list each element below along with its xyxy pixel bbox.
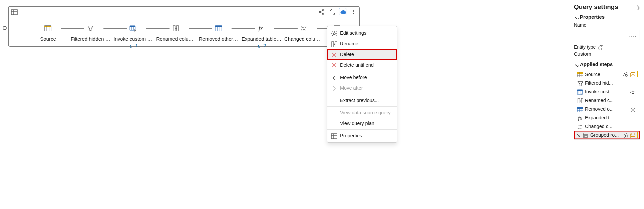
applied-step-label: Expanded t... <box>585 115 633 120</box>
close-icon <box>331 62 337 68</box>
table-icon <box>11 9 18 16</box>
table-orange-icon <box>577 71 583 77</box>
menu-label: View query plan <box>340 121 374 126</box>
applied-step-label: Changed c... <box>585 124 633 129</box>
steps-strip: Source Filtered hidden fi... Invoke cust… <box>27 23 352 48</box>
info-icon[interactable] <box>598 44 603 50</box>
abc123-icon <box>577 123 583 129</box>
database-icon <box>629 132 635 138</box>
table-fx-icon <box>128 23 139 34</box>
query-name-input[interactable] <box>574 30 640 40</box>
chevron-left-icon <box>331 74 337 80</box>
menu-label: Extract previous... <box>340 98 379 103</box>
funnel-icon <box>577 80 583 86</box>
applied-step[interactable]: Expanded t... <box>574 113 640 122</box>
gear-icon[interactable] <box>623 72 628 77</box>
menu-label: Move before <box>340 75 367 80</box>
menu-edit-settings[interactable]: Edit settings <box>327 28 397 38</box>
menu-label: Delete <box>340 52 354 57</box>
menu-view-data-source: View data source query <box>327 107 397 118</box>
fx-icon <box>577 115 583 121</box>
cloud-status-icon[interactable] <box>339 8 346 15</box>
applied-step[interactable]: Changed c... <box>574 122 640 131</box>
applied-step[interactable]: Removed o... <box>574 105 640 113</box>
menu-label: Rename <box>340 41 358 46</box>
step-label: Invoke custom fu... <box>113 36 153 42</box>
gear-icon[interactable] <box>623 132 628 138</box>
fold-indicator <box>637 71 638 77</box>
fx-icon <box>256 23 267 34</box>
step-label: Removed other c... <box>199 36 239 42</box>
gear-icon[interactable] <box>629 89 635 94</box>
menu-move-after: Move after <box>327 83 397 93</box>
menu-delete[interactable]: Delete <box>327 49 397 60</box>
rename-icon <box>331 41 337 47</box>
applied-step-label: Invoke cust... <box>585 89 627 94</box>
properties-section-toggle[interactable]: Properties <box>574 14 640 20</box>
chevron-right-icon[interactable] <box>635 4 640 10</box>
fold-indicator <box>637 115 638 121</box>
applied-step-label: Renamed c... <box>585 98 633 103</box>
menu-view-query-plan[interactable]: View query plan <box>327 118 397 129</box>
entity-type-label: Entity type <box>574 44 596 50</box>
applied-step-label: Removed o... <box>585 106 627 112</box>
query-origin-node[interactable] <box>3 26 7 30</box>
fold-indicator <box>637 106 638 112</box>
applied-step[interactable]: Renamed c... <box>574 96 640 105</box>
table-blue-icon <box>577 106 583 112</box>
diagram-step[interactable]: Source <box>27 23 69 42</box>
abc123-icon <box>299 23 310 34</box>
collapse-icon[interactable] <box>328 8 336 15</box>
funnel-icon <box>85 23 96 34</box>
menu-rename[interactable]: Rename <box>327 38 397 49</box>
section-label: Applied steps <box>580 61 613 67</box>
table-blue-icon <box>214 23 224 34</box>
section-label: Properties <box>580 14 605 20</box>
diagram-step[interactable]: Renamed columns <box>155 23 198 42</box>
applied-steps-section-toggle[interactable]: Applied steps <box>574 61 640 67</box>
fold-indicator <box>637 89 638 95</box>
table-fx-icon <box>577 89 583 95</box>
share-icon[interactable] <box>318 8 325 15</box>
applied-step[interactable]: Grouped ro... <box>574 131 640 139</box>
step-link-badge[interactable]: 2 <box>257 43 266 48</box>
menu-label: Edit settings <box>340 30 366 36</box>
step-label: Source <box>40 36 56 42</box>
step-link-badge[interactable]: 1 <box>129 43 138 48</box>
diagram-canvas[interactable]: Source Filtered hidden fi... Invoke cust… <box>0 0 450 209</box>
rename-col-icon <box>577 97 583 103</box>
delete-step-icon[interactable] <box>576 133 580 137</box>
diagram-step[interactable]: Changed column... <box>283 23 326 42</box>
menu-delete-until-end[interactable]: Delete until end <box>327 60 397 70</box>
more-options-icon[interactable] <box>350 8 357 15</box>
panel-title: Query settings <box>574 3 618 11</box>
diagram-step[interactable]: Removed other c... <box>198 23 240 42</box>
chevron-right-icon <box>331 85 337 91</box>
applied-step[interactable]: Invoke cust... <box>574 87 640 96</box>
applied-steps-list: Source Filtered hid... Invoke cust... Re… <box>574 70 640 140</box>
entity-type-value: Custom <box>574 51 640 57</box>
gear-icon <box>331 30 337 36</box>
query-settings-panel: Query settings Properties Name Entity ty… <box>569 0 644 209</box>
applied-step[interactable]: Filtered hid... <box>574 79 640 87</box>
database-icon <box>629 72 635 77</box>
applied-step[interactable]: Source <box>574 70 640 79</box>
name-label: Name <box>574 22 640 28</box>
menu-label: View data source query <box>340 110 390 115</box>
applied-step-label: Source <box>585 72 621 77</box>
gear-icon[interactable] <box>629 106 635 112</box>
menu-label: Delete until end <box>340 62 374 68</box>
group-icon <box>582 132 588 138</box>
menu-move-before[interactable]: Move before <box>327 72 397 83</box>
diagram-step[interactable]: Filtered hidden fi... <box>69 23 112 42</box>
diagram-step[interactable]: Invoke custom fu... 1 <box>112 23 155 48</box>
step-label: Filtered hidden fi... <box>71 36 111 42</box>
menu-properties[interactable]: Properties... <box>327 130 397 141</box>
applied-step-label: Grouped ro... <box>590 132 621 138</box>
menu-extract-previous[interactable]: Extract previous... <box>327 95 397 106</box>
rename-col-icon <box>171 23 182 34</box>
table-icon <box>331 133 337 139</box>
fold-indicator <box>637 123 638 129</box>
diagram-step[interactable]: Expanded table c... 2 <box>240 23 283 48</box>
menu-label: Properties... <box>340 133 366 138</box>
